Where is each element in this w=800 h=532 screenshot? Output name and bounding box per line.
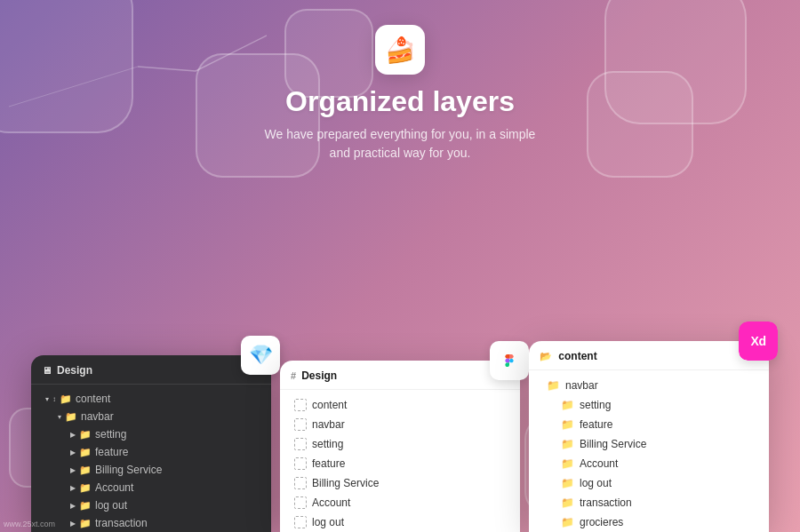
folder-icon: 📁 bbox=[79, 482, 92, 494]
xd-tree-item: 📁 feature bbox=[529, 415, 769, 434]
sketch-panel: 💎 🖥 Design ▾ ↕ 📁 content ▾ 📁 navbar bbox=[31, 355, 271, 532]
sketch-tree-item: ▶ 📁 Billing Service bbox=[31, 461, 271, 479]
watermark: www.25xt.com bbox=[4, 520, 55, 528]
figma-frame-icon bbox=[294, 438, 307, 450]
figma-icon-badge bbox=[490, 341, 529, 380]
sketch-logo-icon: 💎 bbox=[249, 344, 273, 367]
sketch-tree-item: ▶ 📁 Account bbox=[31, 479, 271, 496]
caret-right-icon: ▶ bbox=[70, 466, 76, 474]
folder-outline-icon: 📂 bbox=[540, 351, 552, 361]
folder-icon: 📁 bbox=[561, 399, 574, 411]
xd-icon-badge: Xd bbox=[739, 322, 778, 361]
panels-container: 💎 🖥 Design ▾ ↕ 📁 content ▾ 📁 navbar bbox=[0, 341, 800, 532]
folder-icon: 📁 bbox=[561, 516, 574, 528]
figma-tree-item: content bbox=[280, 395, 520, 415]
caret-right-icon: ▶ bbox=[70, 431, 76, 439]
hash-icon: # bbox=[291, 370, 296, 381]
sketch-icon-badge: 💎 bbox=[241, 336, 280, 375]
figma-tree-item: setting bbox=[280, 434, 520, 454]
hero-icon: 🍰 bbox=[375, 25, 425, 75]
figma-tree-item: feature bbox=[280, 454, 520, 473]
sketch-tree-item: ▶ 📁 transaction bbox=[31, 514, 271, 532]
monitor-icon: 🖥 bbox=[42, 365, 52, 376]
sketch-tree-item: ▾ 📁 navbar bbox=[31, 408, 271, 425]
folder-icon: 📁 bbox=[561, 457, 574, 470]
caret-right-icon: ▶ bbox=[70, 484, 76, 492]
folder-icon: 📁 bbox=[65, 411, 77, 423]
xd-tree-item: 📁 Billing Service bbox=[529, 434, 769, 454]
folder-icon: 📁 bbox=[79, 447, 92, 458]
xd-panel: Xd 📂 content 📁 navbar 📁 setting 📁 featur… bbox=[529, 341, 769, 532]
sketch-tree-item: ▾ ↕ 📁 content bbox=[31, 390, 271, 408]
figma-tree-item: navbar bbox=[280, 415, 520, 434]
folder-icon: 📁 bbox=[79, 500, 92, 512]
caret-right-icon: ▶ bbox=[70, 520, 76, 528]
figma-tree-item: log out bbox=[280, 512, 520, 532]
xd-tree: 📁 navbar 📁 setting 📁 feature 📁 Billing S… bbox=[529, 370, 769, 532]
caret-right-icon: ▶ bbox=[70, 449, 76, 457]
sketch-tree-item: ▶ 📁 log out bbox=[31, 496, 271, 514]
figma-frame-icon bbox=[294, 457, 307, 470]
xd-tree-item: 📁 grocieres bbox=[529, 512, 769, 532]
xd-tree-item: 📁 navbar bbox=[529, 376, 769, 395]
figma-frame-icon bbox=[294, 477, 307, 489]
xd-logo-icon: Xd bbox=[739, 322, 778, 361]
figma-tree-item: Billing Service bbox=[280, 473, 520, 493]
xd-tree-item: 📁 transaction bbox=[529, 493, 769, 512]
sort-icon: ↕ bbox=[52, 395, 56, 403]
xd-panel-header: 📂 content bbox=[529, 341, 769, 370]
caret-down-icon: ▾ bbox=[58, 413, 61, 421]
figma-panel-title: # Design bbox=[291, 369, 337, 382]
sketch-tree: ▾ ↕ 📁 content ▾ 📁 navbar ▶ 📁 setting ▶ 📁 bbox=[31, 385, 271, 532]
hero-section: 🍰 Organized layers We have prepared ever… bbox=[0, 0, 800, 163]
sketch-tree-item: ▶ 📁 setting bbox=[31, 425, 271, 443]
xd-tree-item: 📁 log out bbox=[529, 473, 769, 493]
sketch-panel-header: 🖥 Design bbox=[31, 355, 271, 385]
folder-icon: 📁 bbox=[547, 379, 560, 392]
folder-icon: 📁 bbox=[561, 438, 574, 450]
figma-frame-icon bbox=[294, 399, 307, 411]
figma-frame-icon bbox=[294, 496, 307, 509]
folder-icon: 📁 bbox=[60, 393, 72, 405]
sketch-tree-item: ▶ 📁 feature bbox=[31, 443, 271, 461]
caret-down-icon: ▾ bbox=[45, 395, 49, 403]
figma-tree-item: Account bbox=[280, 493, 520, 512]
xd-tree-item: 📁 setting bbox=[529, 395, 769, 415]
xd-tree-item: 📁 Account bbox=[529, 454, 769, 473]
hero-title: Organized layers bbox=[285, 85, 515, 118]
figma-panel-header: # Design bbox=[280, 361, 520, 390]
figma-tree: content navbar setting feature Billing S… bbox=[280, 390, 520, 532]
folder-icon: 📁 bbox=[561, 418, 574, 431]
sketch-panel-title: 🖥 Design bbox=[42, 364, 92, 377]
figma-frame-icon bbox=[294, 418, 307, 431]
xd-panel-title: 📂 content bbox=[540, 350, 597, 362]
figma-logo-icon bbox=[499, 350, 520, 371]
caret-right-icon: ▶ bbox=[70, 502, 76, 510]
hero-subtitle: We have prepared everything for you, in … bbox=[265, 125, 536, 163]
figma-frame-icon bbox=[294, 516, 307, 528]
folder-icon: 📁 bbox=[561, 496, 574, 509]
folder-icon: 📁 bbox=[79, 429, 92, 441]
folder-icon: 📁 bbox=[79, 518, 92, 529]
folder-icon: 📁 bbox=[561, 477, 574, 489]
folder-icon: 📁 bbox=[79, 465, 92, 476]
figma-panel: # Design content navbar setting feature bbox=[280, 361, 520, 532]
